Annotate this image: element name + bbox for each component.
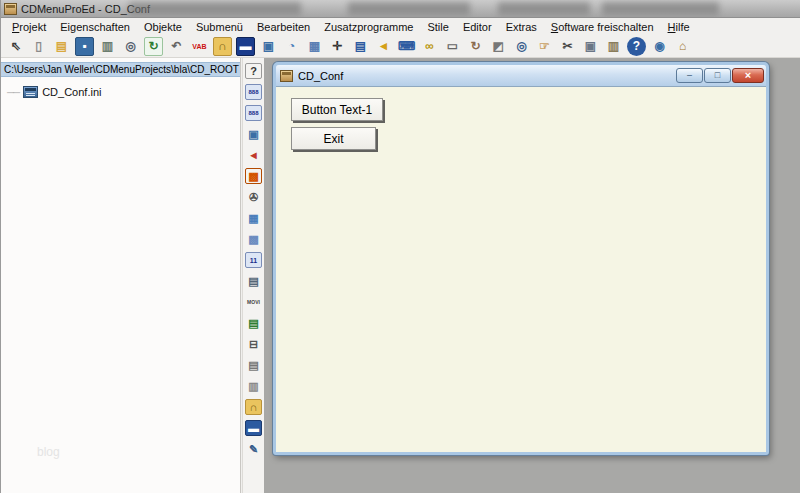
home-icon[interactable]: ⌂ — [673, 37, 692, 56]
workspace: CD_Conf – □ × Button Text-1 — [264, 58, 800, 493]
projector-icon[interactable]: ✇ — [245, 189, 262, 205]
link-icon[interactable]: ∞ — [420, 37, 439, 56]
side-toolbar: ? 888 888 ▣ ◄ ▩ ✇ ▦ ▩ 11 ▤ MOVI — [242, 58, 264, 493]
ini-file-icon — [23, 86, 38, 98]
menu-objekte[interactable]: Objekte — [137, 20, 189, 34]
counter11-icon[interactable]: 11 — [245, 252, 262, 268]
keyboard2-icon[interactable]: ▬ — [245, 420, 262, 436]
clipboard-icon[interactable]: ▥ — [245, 378, 262, 394]
maximize-button[interactable]: □ — [704, 68, 731, 83]
web-icon[interactable]: ◉ — [650, 37, 669, 56]
print-icon[interactable]: ▥ — [98, 37, 117, 56]
vab-icon[interactable]: VAB — [190, 37, 209, 56]
tree-item-label: CD_Conf.ini — [42, 86, 101, 98]
minimize-button[interactable]: – — [676, 68, 703, 83]
resize-icon[interactable]: ◩ — [489, 37, 508, 56]
project-path-row[interactable]: C:\Users\Jan Weller\CDMenuProjects\bla\C… — [1, 62, 240, 77]
menu-zusatzprogramme[interactable]: Zusatzprogramme — [317, 20, 420, 34]
menu-software-freischalten[interactable]: Software freischalten — [544, 20, 661, 34]
select-tool-icon[interactable]: ⇖ — [6, 37, 25, 56]
picture2-icon[interactable]: ▩ — [245, 231, 262, 247]
cmd-window-icon[interactable]: ▬ — [236, 37, 255, 56]
print-preview-icon[interactable]: ◎ — [121, 37, 140, 56]
paste-icon[interactable]: ▥ — [604, 37, 623, 56]
movie-icon[interactable]: MOVI — [245, 294, 262, 310]
menu-editor[interactable]: Editor — [456, 20, 499, 34]
blurred-region — [129, 2, 301, 15]
exit-button[interactable]: Exit — [291, 127, 376, 150]
keyboard-icon[interactable]: ⌨ — [397, 37, 416, 56]
copy-icon[interactable]: ▣ — [581, 37, 600, 56]
window-controls: – □ × — [676, 68, 764, 83]
menu-bar: Projekt Eigenschaften Objekte Submenü Be… — [1, 18, 800, 35]
fire-icon[interactable]: ▩ — [245, 168, 262, 184]
windows-copy-icon[interactable]: ▣ — [245, 126, 262, 142]
rotate-icon[interactable]: ↻ — [466, 37, 485, 56]
save-icon[interactable]: ▪ — [75, 37, 94, 56]
blurred-region — [498, 2, 590, 15]
undo-icon[interactable]: ↶ — [167, 37, 186, 56]
blurred-region — [602, 2, 719, 15]
menu-bearbeiten[interactable]: Bearbeiten — [250, 20, 317, 34]
fullscreen-icon[interactable]: ✛ — [328, 37, 347, 56]
document-titlebar[interactable]: CD_Conf – □ × — [276, 65, 766, 86]
project-tree-panel: C:\Users\Jan Weller\CDMenuProjects\bla\C… — [1, 58, 241, 493]
close-button[interactable]: × — [732, 68, 764, 83]
plug-icon[interactable]: ⊟ — [245, 336, 262, 352]
button-text-1[interactable]: Button Text-1 — [291, 98, 383, 121]
selection-rect-icon[interactable]: ▭ — [443, 37, 462, 56]
context-help-icon[interactable]: ? — [245, 63, 262, 79]
calendar-icon[interactable]: ▤ — [245, 273, 262, 289]
monitor-icon[interactable]: ▣ — [259, 37, 278, 56]
green-doc-icon[interactable]: ▤ — [245, 315, 262, 331]
new-file-icon[interactable]: ▯ — [29, 37, 48, 56]
counter-display-icon[interactable]: 888 — [245, 84, 262, 100]
app-icon — [4, 3, 17, 15]
counter-display2-icon[interactable]: 888 — [245, 105, 262, 121]
document-canvas: Button Text-1 Exit — [276, 86, 766, 452]
picture-icon[interactable]: ▦ — [245, 210, 262, 226]
megaphone-icon[interactable]: ◄ — [245, 147, 262, 163]
tree-items: ── CD_Conf.ini — [1, 86, 240, 98]
blurred-region — [348, 2, 470, 15]
application-window: CDMenuProEd - CD_Conf Projekt Eigenschaf… — [0, 0, 800, 493]
menu-submenu[interactable]: Submenü — [189, 20, 250, 34]
menu-extras[interactable]: Extras — [499, 20, 544, 34]
speaker-icon[interactable]: ◄ — [374, 37, 393, 56]
hand-icon[interactable]: ☞ — [535, 37, 554, 56]
menu-projekt[interactable]: Projekt — [5, 20, 53, 34]
lock-icon[interactable]: ∩ — [213, 37, 232, 56]
help-icon[interactable]: ? — [627, 37, 646, 56]
lock2-icon[interactable]: ∩ — [245, 399, 262, 415]
cut-icon[interactable]: ✂ — [558, 37, 577, 56]
refresh-icon[interactable]: ↻ — [144, 37, 163, 56]
titlebar[interactable]: CDMenuProEd - CD_Conf — [1, 0, 800, 18]
document-icon — [280, 70, 293, 82]
image-icon[interactable]: ▦ — [305, 37, 324, 56]
menu-stile[interactable]: Stile — [420, 20, 455, 34]
document-title: CD_Conf — [298, 70, 343, 82]
menu-hilfe[interactable]: Hilfe — [661, 20, 697, 34]
main-toolbar: ⇖ ▯ ▤ ▪ ▥ ◎ ↻ ↶ VAB ∩ ▬ ▣ ◔ ▦ ✛ ▤ — [1, 35, 800, 58]
main-region: C:\Users\Jan Weller\CDMenuProjects\bla\C… — [1, 58, 800, 493]
book-icon[interactable]: ▤ — [245, 357, 262, 373]
watermark-text: blog — [37, 445, 60, 459]
open-folder-icon[interactable]: ▤ — [52, 37, 71, 56]
export-doc-icon[interactable]: ✎ — [245, 441, 262, 457]
find-image-icon[interactable]: ◎ — [512, 37, 531, 56]
tree-connector: ── — [7, 87, 19, 98]
screensaver-icon[interactable]: ◔ — [282, 37, 301, 56]
menu-eigenschaften[interactable]: Eigenschaften — [53, 20, 137, 34]
tree-item-cd-conf-ini[interactable]: ── CD_Conf.ini — [7, 86, 240, 98]
window-style-icon[interactable]: ▤ — [351, 37, 370, 56]
document-window: CD_Conf – □ × Button Text-1 — [273, 62, 769, 455]
